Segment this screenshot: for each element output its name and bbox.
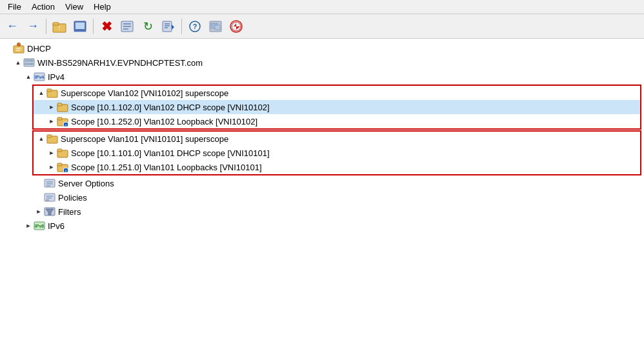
ipv6-icon: IPv6	[34, 220, 45, 232]
menu-view[interactable]: View	[60, 1, 88, 13]
tree-item-scope102-dhcp[interactable]: ► Scope [10.1.102.0] Vlan102 DHCP scope …	[34, 100, 640, 114]
toolbar-sep-1	[46, 19, 46, 34]
ipv4-label: IPv4	[48, 72, 65, 82]
tree-item-server[interactable]: ▲ WIN-BS529NARH1V.EVPNDHCPTEST.com	[0, 55, 644, 70]
tree-pane[interactable]: DHCP ▲ WIN-BS529NARH1V.EVPNDHCPTEST.com …	[0, 39, 644, 349]
properties-button[interactable]	[117, 17, 137, 36]
forward-button[interactable]: →	[23, 17, 43, 36]
folder-icon: ↑	[52, 20, 66, 33]
forward-icon: →	[27, 19, 39, 33]
scope101-loop-icon: i	[57, 161, 68, 173]
export-icon	[161, 20, 176, 33]
server-options-icon	[44, 177, 55, 189]
back-icon: ←	[6, 19, 18, 33]
svg-rect-45	[57, 149, 62, 152]
tree-item-ipv4[interactable]: ▲ IPv4 IPv4	[0, 70, 644, 84]
mmc-window-button[interactable]	[206, 17, 225, 36]
refresh-icon: ↻	[143, 19, 153, 34]
server-label: WIN-BS529NARH1V.EVPNDHCPTEST.com	[37, 58, 203, 68]
download-icon	[229, 19, 243, 34]
svg-rect-37	[57, 103, 62, 106]
expander-ipv4[interactable]: ▲	[23, 72, 34, 82]
tree-item-scope101-dhcp[interactable]: ► Scope [10.1.101.0] Vlan101 DHCP scope …	[34, 146, 640, 160]
console-show-button[interactable]	[70, 17, 90, 36]
ipv4-icon: IPv4	[34, 71, 45, 83]
filters-label: Filters	[58, 207, 81, 217]
toolbar: ← → ↑ ✖ ↻	[0, 14, 644, 39]
up-folder-button[interactable]: ↑	[50, 17, 69, 36]
menu-help[interactable]: Help	[88, 1, 116, 13]
console-show-icon	[73, 20, 87, 33]
svg-rect-23	[14, 46, 24, 53]
expander-scope101-loop[interactable]: ►	[46, 162, 57, 172]
highlight-box-2: ▲ Superscope Vlan101 [VNI10101] supersco…	[32, 130, 641, 175]
main-content: DHCP ▲ WIN-BS529NARH1V.EVPNDHCPTEST.com …	[0, 39, 644, 349]
svg-rect-43	[47, 135, 52, 137]
svg-point-30	[31, 60, 32, 61]
menu-file[interactable]: File	[3, 1, 26, 13]
svg-point-24	[17, 43, 21, 46]
svg-text:IPv6: IPv6	[35, 224, 45, 228]
svg-rect-57	[46, 199, 49, 201]
tree-item-ipv6[interactable]: ► IPv6 IPv6	[0, 219, 644, 233]
refresh-button[interactable]: ↻	[138, 17, 157, 36]
menu-bar: File Action View Help	[0, 0, 644, 14]
delete-button[interactable]: ✖	[97, 17, 116, 36]
svg-rect-19	[215, 25, 220, 30]
tree-item-filters[interactable]: ► Filters	[0, 204, 644, 219]
tree-item-superscope102[interactable]: ▲ Superscope Vlan102 [VNI10102] supersco…	[34, 86, 640, 100]
folder-superscope101-icon	[46, 133, 58, 145]
expander-filters[interactable]: ►	[34, 206, 44, 217]
svg-point-31	[31, 63, 32, 65]
tree-item-superscope101[interactable]: ▲ Superscope Vlan101 [VNI10101] supersco…	[34, 132, 640, 146]
expander-dhcp[interactable]	[3, 43, 13, 54]
scope102-dhcp-label: Scope [10.1.102.0] Vlan102 DHCP scope [V…	[71, 103, 270, 112]
mmc-window-icon	[208, 20, 223, 33]
help-icon: ?	[188, 20, 202, 33]
expander-server-options[interactable]	[34, 178, 44, 188]
help-button[interactable]: ?	[185, 17, 205, 36]
filters-icon	[44, 206, 55, 217]
svg-rect-35	[47, 89, 52, 92]
superscope102-label: Superscope Vlan102 [VNI10102] superscope	[61, 88, 228, 98]
svg-text:IPv4: IPv4	[35, 75, 45, 79]
svg-rect-39	[57, 117, 62, 120]
scope101-dhcp-label: Scope [10.1.101.0] Vlan101 DHCP scope [V…	[71, 148, 270, 158]
svg-rect-47	[57, 163, 62, 166]
expander-server[interactable]: ▲	[13, 57, 23, 68]
svg-rect-10	[163, 21, 172, 32]
delete-icon: ✖	[101, 19, 112, 34]
expander-superscope101[interactable]: ▲	[36, 134, 46, 144]
svg-text:↑: ↑	[58, 25, 61, 31]
server-options-label: Server Options	[58, 179, 114, 188]
menu-action[interactable]: Action	[26, 1, 60, 13]
download-button[interactable]	[226, 17, 246, 36]
tree-item-dhcp[interactable]: DHCP	[0, 41, 644, 55]
expander-scope102-loop[interactable]: ►	[46, 116, 57, 126]
svg-text:?: ?	[193, 23, 197, 30]
server-icon	[23, 57, 35, 68]
back-button[interactable]: ←	[3, 17, 22, 36]
folder-superscope102-icon	[46, 87, 58, 99]
tree-item-server-options[interactable]: Server Options	[0, 176, 644, 190]
tree-item-scope101-loop[interactable]: ► i Scope [10.1.251.0] Vlan101 Loopbacks…	[34, 160, 640, 174]
expander-superscope102[interactable]: ▲	[36, 88, 46, 98]
toolbar-sep-2	[93, 19, 94, 34]
tree-item-scope102-loop[interactable]: ► i Scope [10.1.252.0] Vlan102 Loopback …	[34, 114, 640, 128]
scope102-dhcp-icon	[57, 101, 68, 113]
properties-icon	[120, 20, 134, 33]
svg-marker-21	[234, 23, 240, 30]
superscope101-label: Superscope Vlan101 [VNI10101] superscope	[61, 134, 228, 144]
expander-ipv6[interactable]: ►	[23, 221, 34, 231]
expander-scope102-dhcp[interactable]: ►	[46, 102, 57, 112]
toolbar-sep-3	[181, 19, 182, 34]
svg-marker-14	[172, 25, 174, 30]
scope101-dhcp-icon	[57, 147, 68, 159]
tree-item-policies[interactable]: Policies	[0, 190, 644, 204]
dhcp-icon	[13, 43, 25, 54]
scope102-loop-label: Scope [10.1.252.0] Vlan102 Loopback [VNI…	[71, 117, 257, 126]
export-button[interactable]	[159, 17, 178, 36]
svg-rect-5	[74, 30, 86, 32]
expander-scope101-dhcp[interactable]: ►	[46, 148, 57, 158]
expander-policies[interactable]	[34, 192, 44, 203]
